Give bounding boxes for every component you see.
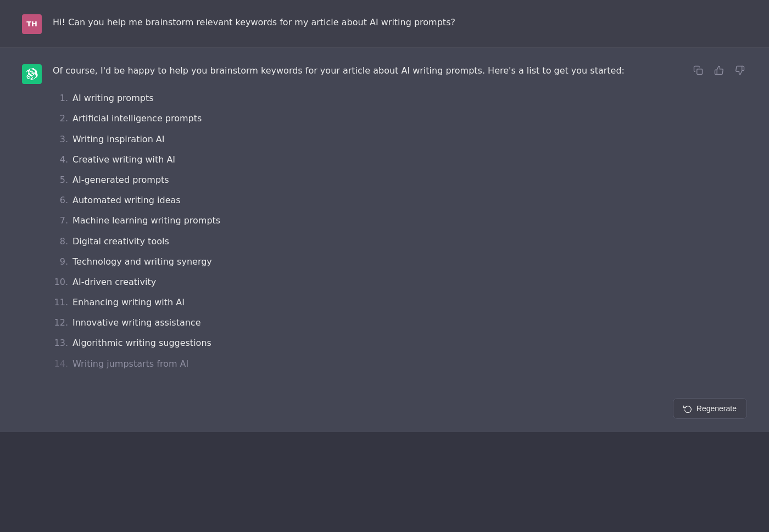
keyword-text-7: Machine learning writing prompts xyxy=(73,213,220,228)
list-number-5: 5. xyxy=(53,172,68,187)
user-avatar: TH xyxy=(22,14,42,34)
list-number-12: 12. xyxy=(53,315,68,330)
keyword-item-11: 11.Enhancing writing with AI xyxy=(53,292,747,312)
keyword-item-13: 13.Algorithmic writing suggestions xyxy=(53,333,747,353)
keyword-text-10: AI-driven creativity xyxy=(73,275,156,289)
regenerate-button[interactable]: Regenerate xyxy=(673,398,747,419)
keyword-item-5: 5.AI-generated prompts xyxy=(53,170,747,190)
list-number-14: 14. xyxy=(53,356,68,371)
list-number-4: 4. xyxy=(53,152,68,167)
list-number-13: 13. xyxy=(53,335,68,350)
list-number-2: 2. xyxy=(53,111,68,126)
regenerate-area: Regenerate xyxy=(0,389,769,432)
keyword-text-4: Creative writing with AI xyxy=(73,152,175,167)
keyword-text-12: Innovative writing assistance xyxy=(73,315,201,330)
keyword-item-12: 12.Innovative writing assistance xyxy=(53,312,747,333)
svg-rect-0 xyxy=(697,69,703,75)
chat-container: TH Hi! Can you help me brainstorm releva… xyxy=(0,0,769,432)
ai-message: Of course, I'd be happy to help you brai… xyxy=(0,48,769,389)
keyword-text-14: Writing jumpstarts from AI xyxy=(73,356,188,371)
copy-button[interactable] xyxy=(691,63,705,77)
keyword-item-1: 1.AI writing prompts xyxy=(53,88,747,108)
action-icons xyxy=(691,63,747,77)
keyword-text-5: AI-generated prompts xyxy=(73,172,169,187)
keyword-item-4: 4.Creative writing with AI xyxy=(53,149,747,170)
keyword-item-9: 9.Technology and writing synergy xyxy=(53,251,747,272)
list-number-11: 11. xyxy=(53,295,68,310)
list-number-10: 10. xyxy=(53,275,68,289)
thumbs-down-button[interactable] xyxy=(733,63,747,77)
keyword-item-3: 3.Writing inspiration AI xyxy=(53,129,747,149)
ai-avatar xyxy=(22,64,42,84)
keyword-item-7: 7.Machine learning writing prompts xyxy=(53,210,747,231)
keyword-text-1: AI writing prompts xyxy=(73,91,153,105)
list-number-8: 8. xyxy=(53,234,68,249)
thumbs-up-button[interactable] xyxy=(712,63,726,77)
keyword-text-11: Enhancing writing with AI xyxy=(73,295,185,310)
keyword-list: 1.AI writing prompts2.Artificial intelli… xyxy=(53,88,747,374)
list-number-6: 6. xyxy=(53,193,68,208)
keyword-text-3: Writing inspiration AI xyxy=(73,132,165,147)
list-number-9: 9. xyxy=(53,254,68,269)
list-number-7: 7. xyxy=(53,213,68,228)
regenerate-label: Regenerate xyxy=(696,404,737,413)
user-message-text: Hi! Can you help me brainstorm relevant … xyxy=(53,13,455,30)
thumbs-up-icon xyxy=(714,65,724,75)
keyword-text-6: Automated writing ideas xyxy=(73,193,181,208)
ai-message-content: Of course, I'd be happy to help you brai… xyxy=(53,63,747,374)
list-number-1: 1. xyxy=(53,91,68,105)
chatgpt-icon xyxy=(26,68,38,80)
keyword-text-2: Artificial intelligence prompts xyxy=(73,111,202,126)
thumbs-down-icon xyxy=(735,65,745,75)
keyword-item-2: 2.Artificial intelligence prompts xyxy=(53,108,747,128)
user-message: TH Hi! Can you help me brainstorm releva… xyxy=(0,0,769,48)
keyword-text-9: Technology and writing synergy xyxy=(73,254,212,269)
list-number-3: 3. xyxy=(53,132,68,147)
copy-icon xyxy=(693,65,703,75)
keyword-item-6: 6.Automated writing ideas xyxy=(53,190,747,210)
keyword-item-14: 14.Writing jumpstarts from AI xyxy=(53,354,747,374)
keyword-text-13: Algorithmic writing suggestions xyxy=(73,335,211,350)
keyword-item-8: 8.Digital creativity tools xyxy=(53,231,747,251)
user-initials: TH xyxy=(26,19,37,30)
keyword-item-10: 10.AI-driven creativity xyxy=(53,272,747,292)
regenerate-icon xyxy=(683,404,692,413)
ai-intro-text: Of course, I'd be happy to help you brai… xyxy=(53,63,747,78)
keyword-text-8: Digital creativity tools xyxy=(73,234,169,249)
